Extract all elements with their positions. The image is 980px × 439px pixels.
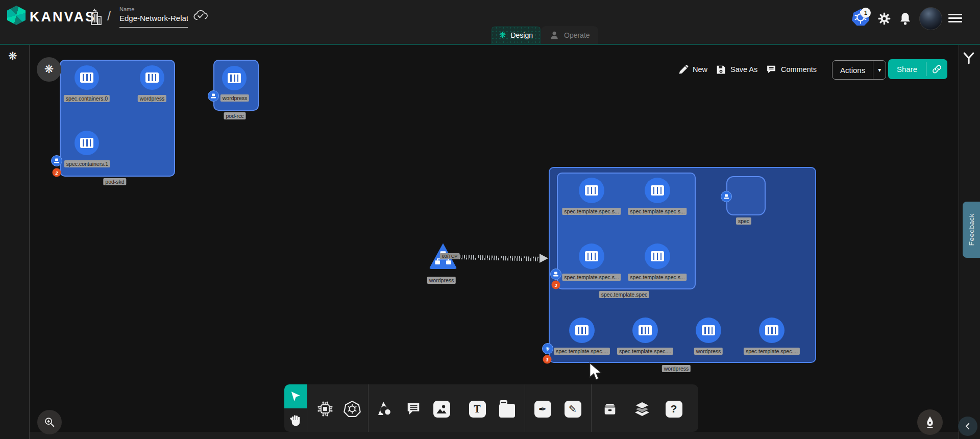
settings-button[interactable] (877, 11, 891, 26)
kanvas-app: KANVAS / Name Edge-Network-Relatio (0, 0, 980, 439)
pod-kind-badge (51, 155, 62, 166)
question-icon (666, 401, 682, 418)
share-link-icon[interactable] (926, 59, 947, 79)
node-label: wordpress (427, 277, 456, 284)
zoom-button[interactable] (37, 410, 62, 434)
collapse-right-panel-button[interactable] (958, 417, 977, 436)
node-container-wordpress-2[interactable] (222, 66, 247, 90)
pod-kind-badge (721, 191, 732, 202)
left-sidebar (0, 44, 30, 439)
kubernetes-tool-button[interactable] (342, 399, 362, 419)
group-spec-template-spec[interactable] (557, 173, 696, 289)
node-label: spec.template.spec.... (744, 348, 800, 355)
freehand-draw-tool-button[interactable] (562, 399, 583, 419)
node-container-template-1[interactable] (645, 178, 670, 203)
node-container-bottom-0[interactable] (569, 318, 595, 343)
save-icon (716, 64, 726, 75)
node-container-template-0[interactable] (579, 178, 604, 203)
pen-tool-button[interactable] (532, 399, 553, 419)
node-label: wordpress (220, 94, 249, 102)
actions-label[interactable]: Actions (832, 61, 873, 79)
comment-icon (405, 401, 422, 417)
operate-person-icon (549, 30, 559, 40)
node-container-bottom-2[interactable] (696, 318, 721, 343)
bell-icon (899, 12, 912, 26)
feedback-button[interactable]: Feedback (963, 202, 980, 258)
edge-service-to-deployment (459, 255, 540, 261)
node-label: spec.containers.1 (64, 160, 110, 167)
name-label: Name (119, 6, 188, 12)
whiteboard-pen-button[interactable] (917, 409, 943, 435)
cursor-icon (289, 390, 302, 403)
node-container-bottom-1[interactable] (632, 318, 658, 343)
app-header: KANVAS / Name Edge-Network-Relatio (0, 0, 980, 45)
container-icon (765, 325, 778, 335)
brand-name: KANVAS (30, 9, 96, 25)
canvas-quick-actions-button[interactable] (37, 57, 61, 82)
help-tool-button[interactable] (664, 399, 684, 419)
comment-tool-button[interactable] (403, 399, 424, 419)
pan-tool-button[interactable] (284, 408, 307, 432)
sticky-note-icon (499, 404, 515, 418)
design-spiral-icon (499, 31, 506, 39)
pen-icon (534, 401, 551, 418)
new-button[interactable]: New (678, 60, 707, 79)
share-label[interactable]: Share (888, 59, 926, 79)
kanvas-logo-icon[interactable] (7, 6, 26, 25)
pen-nib-icon (923, 416, 937, 429)
container-icon (585, 185, 598, 196)
node-container-template-2[interactable] (579, 243, 604, 269)
share-button[interactable]: Share (888, 59, 947, 79)
actions-button[interactable]: Actions (832, 60, 886, 80)
deployment-kind-badge (542, 343, 553, 354)
mode-tabs: Design Operate (491, 26, 598, 44)
edge-label: 80/TCP (440, 253, 460, 259)
node-container-spec-containers-0[interactable] (75, 65, 99, 90)
comments-button[interactable]: Comments (766, 60, 817, 79)
save-status-cloud-icon[interactable] (193, 9, 208, 22)
text-tool-button[interactable] (467, 399, 487, 419)
archive-tool-button[interactable] (600, 399, 620, 419)
node-label: spec.template.spec.s... (628, 274, 687, 281)
breadcrumb-separator: / (107, 8, 111, 24)
sticky-note-tool-button[interactable] (497, 399, 517, 419)
components-tool-button[interactable] (315, 399, 335, 419)
collapsed-count-badge[interactable]: 3 (543, 355, 552, 364)
layers-tool-button[interactable] (632, 399, 652, 419)
menu-button[interactable] (948, 14, 962, 22)
node-spec[interactable] (726, 176, 766, 215)
save-as-button[interactable]: Save As (716, 60, 757, 79)
workspace-building-icon[interactable] (88, 8, 103, 27)
node-container-template-3[interactable] (645, 243, 670, 269)
group-label: pod-rcc (224, 112, 246, 119)
notifications-button[interactable] (898, 11, 912, 26)
node-label: spec.template.spec.s... (562, 274, 621, 281)
design-name-input[interactable]: Edge-Network-Relatio (119, 14, 188, 28)
group-label: wordpress (662, 365, 691, 372)
text-icon (469, 401, 486, 418)
node-container-wordpress-1[interactable] (140, 65, 164, 90)
shapes-icon (377, 401, 393, 417)
pod-kind-badge (208, 90, 219, 102)
actions-dropdown-caret[interactable] (873, 61, 886, 79)
image-tool-button[interactable] (431, 399, 452, 419)
new-label: New (693, 65, 707, 74)
tab-design[interactable]: Design (491, 26, 541, 44)
y-tool-icon[interactable] (962, 52, 975, 65)
comment-icon (766, 64, 777, 75)
node-container-bottom-3[interactable] (759, 318, 785, 343)
node-label: spec.template.spec.... (554, 348, 610, 355)
collapsed-count-badge[interactable]: 3 (552, 281, 560, 289)
collapsed-count-badge[interactable]: 2 (53, 168, 61, 177)
tab-operate[interactable]: Operate (541, 26, 598, 44)
group-label: pod-skd (103, 178, 126, 185)
shapes-tool-button[interactable] (375, 399, 395, 419)
container-icon (651, 185, 664, 196)
node-container-spec-containers-1[interactable] (75, 131, 99, 155)
group-label: spec.template.spec (599, 291, 649, 298)
edge-arrowhead-icon (540, 254, 548, 263)
user-avatar[interactable] (919, 7, 942, 30)
node-label: spec.template.spec.s... (628, 208, 687, 215)
kubernetes-context-switcher[interactable]: 1 (851, 8, 874, 29)
select-tool-button[interactable] (284, 384, 307, 408)
